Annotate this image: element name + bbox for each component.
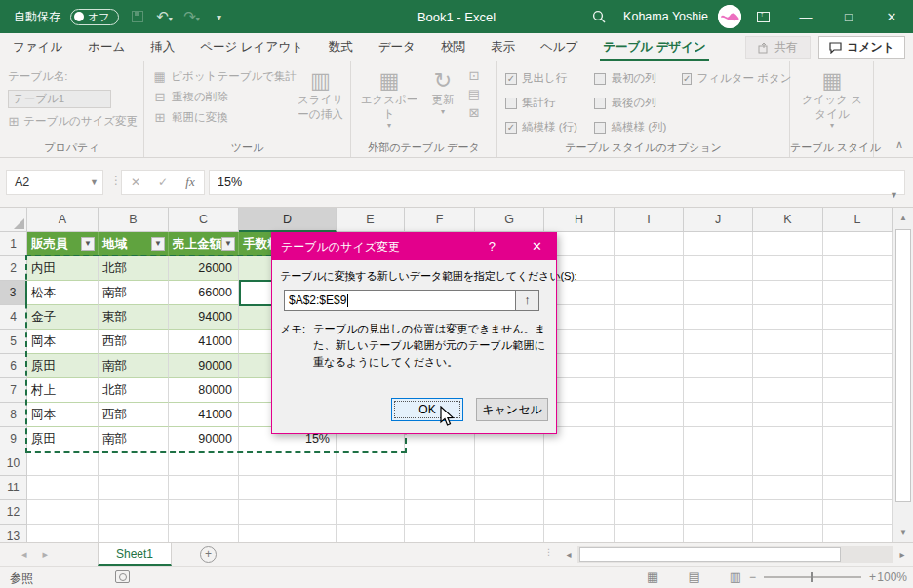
cell-C6[interactable]: 90000: [169, 354, 239, 378]
tool-command[interactable]: ⊞範囲に変換: [152, 107, 297, 128]
cell-I1[interactable]: [615, 232, 684, 256]
cell-I7[interactable]: [615, 378, 684, 403]
checkbox-icon[interactable]: ✓: [505, 122, 517, 134]
cell-I8[interactable]: [615, 403, 684, 427]
scroll-left-icon[interactable]: ◂: [560, 549, 577, 560]
cell-K2[interactable]: [753, 256, 823, 281]
page-break-view-icon[interactable]: ▥: [730, 569, 741, 584]
cell-C9[interactable]: 90000: [169, 427, 239, 451]
tab-ヘルプ[interactable]: ヘルプ: [528, 33, 590, 61]
horizontal-scrollbar[interactable]: ◂ ▸: [560, 545, 911, 564]
ribbon-display-options-icon[interactable]: [741, 0, 784, 33]
cell-L2[interactable]: [823, 256, 893, 281]
cell-C13[interactable]: [169, 525, 239, 542]
row-header-11[interactable]: 11: [0, 476, 27, 500]
cell-J9[interactable]: [684, 427, 753, 451]
cell-A9[interactable]: 原田: [27, 427, 99, 451]
cell-G13[interactable]: [475, 525, 544, 542]
cell-K8[interactable]: [753, 403, 823, 427]
cell-A4[interactable]: 金子: [27, 305, 99, 330]
cell-J7[interactable]: [684, 378, 753, 403]
sheet-tab-sheet1[interactable]: Sheet1: [98, 543, 172, 566]
cell-C10[interactable]: [169, 451, 239, 476]
cell-F13[interactable]: [405, 525, 475, 542]
tab-表示[interactable]: 表示: [478, 33, 528, 61]
column-header-K[interactable]: K: [753, 208, 823, 232]
cell-G12[interactable]: [475, 500, 544, 525]
add-sheet-icon[interactable]: +: [200, 546, 217, 563]
column-header-L[interactable]: L: [823, 208, 893, 232]
cell-B10[interactable]: [99, 451, 169, 476]
filter-dropdown-icon[interactable]: ▼: [151, 237, 165, 251]
row-header-4[interactable]: 4: [0, 305, 27, 330]
cell-K4[interactable]: [753, 305, 823, 330]
table-properties-icon[interactable]: ⊡: [466, 68, 482, 83]
cell-E13[interactable]: [337, 525, 405, 542]
row-header-9[interactable]: 9: [0, 427, 27, 451]
column-header-A[interactable]: A: [27, 208, 99, 232]
cell-G11[interactable]: [475, 476, 544, 500]
cell-J5[interactable]: [684, 330, 753, 354]
column-header-D[interactable]: D: [239, 208, 337, 232]
column-header-I[interactable]: I: [615, 208, 684, 232]
scroll-up-icon[interactable]: ▲: [893, 208, 913, 227]
maximize-button[interactable]: □: [827, 0, 870, 33]
cell-C2[interactable]: 26000: [169, 256, 239, 281]
cell-I9[interactable]: [615, 427, 684, 451]
table-name-input[interactable]: テーブル1: [8, 90, 111, 108]
cell-K3[interactable]: [753, 281, 823, 305]
cell-D12[interactable]: [239, 500, 337, 525]
cell-A6[interactable]: 原田: [27, 354, 99, 378]
unlink-icon[interactable]: ⊠: [466, 105, 482, 120]
cell-J6[interactable]: [684, 354, 753, 378]
cell-F10[interactable]: [405, 451, 475, 476]
cell-L13[interactable]: [823, 525, 893, 542]
cell-J8[interactable]: [684, 403, 753, 427]
cell-J2[interactable]: [684, 256, 753, 281]
cell-B12[interactable]: [99, 500, 169, 525]
cell-J12[interactable]: [684, 500, 753, 525]
resize-table-button[interactable]: ⊞ テーブルのサイズ変更: [8, 111, 138, 132]
option-checkbox-row[interactable]: 最初の列: [594, 66, 682, 91]
column-header-J[interactable]: J: [684, 208, 753, 232]
cell-I3[interactable]: [615, 281, 684, 305]
column-header-F[interactable]: F: [405, 208, 475, 232]
tab-テーブル デザイン[interactable]: テーブル デザイン: [590, 33, 719, 61]
insert-function-icon[interactable]: fx: [177, 175, 204, 190]
cell-L8[interactable]: [823, 403, 893, 427]
insert-slicer-button[interactable]: ▥ スライサーの挿入: [297, 66, 344, 128]
range-input[interactable]: $A$2:$E$9: [284, 290, 516, 311]
collapse-ribbon-icon[interactable]: ∧: [895, 138, 903, 151]
cell-A7[interactable]: 村上: [27, 378, 99, 403]
cell-C3[interactable]: 66000: [169, 281, 239, 305]
cell-I11[interactable]: [615, 476, 684, 500]
row-header-6[interactable]: 6: [0, 354, 27, 378]
option-checkbox-row[interactable]: ✓縞模様 (行): [505, 115, 594, 139]
select-all-corner[interactable]: [0, 208, 27, 232]
row-header-8[interactable]: 8: [0, 403, 27, 427]
tool-command[interactable]: ⊟重複の削除: [152, 87, 297, 107]
save-icon[interactable]: [129, 9, 146, 25]
checkbox-icon[interactable]: ✓: [682, 73, 692, 85]
cell-B9[interactable]: 南部: [99, 427, 169, 451]
dialog-close-icon[interactable]: ✕: [532, 239, 542, 254]
cell-K9[interactable]: [753, 427, 823, 451]
share-button[interactable]: 共有: [745, 36, 811, 59]
tab-校閲[interactable]: 校閲: [428, 33, 478, 61]
cell-L9[interactable]: [823, 427, 893, 451]
zoom-in-icon[interactable]: +: [869, 570, 876, 584]
cell-L5[interactable]: [823, 330, 893, 354]
row-header-7[interactable]: 7: [0, 378, 27, 403]
cell-H13[interactable]: [544, 525, 615, 542]
cancel-button[interactable]: キャンセル: [476, 398, 548, 421]
checkbox-icon[interactable]: [594, 122, 606, 134]
checkbox-icon[interactable]: [505, 98, 517, 109]
cell-K6[interactable]: [753, 354, 823, 378]
cell-L3[interactable]: [823, 281, 893, 305]
cell-A1[interactable]: 販売員▼: [27, 232, 99, 256]
zoom-slider[interactable]: [764, 576, 861, 578]
sheet-prev-icon[interactable]: ◂: [21, 548, 27, 561]
option-checkbox-row[interactable]: 集計行: [505, 91, 594, 115]
cell-C11[interactable]: [169, 476, 239, 500]
cell-C5[interactable]: 41000: [169, 330, 239, 354]
